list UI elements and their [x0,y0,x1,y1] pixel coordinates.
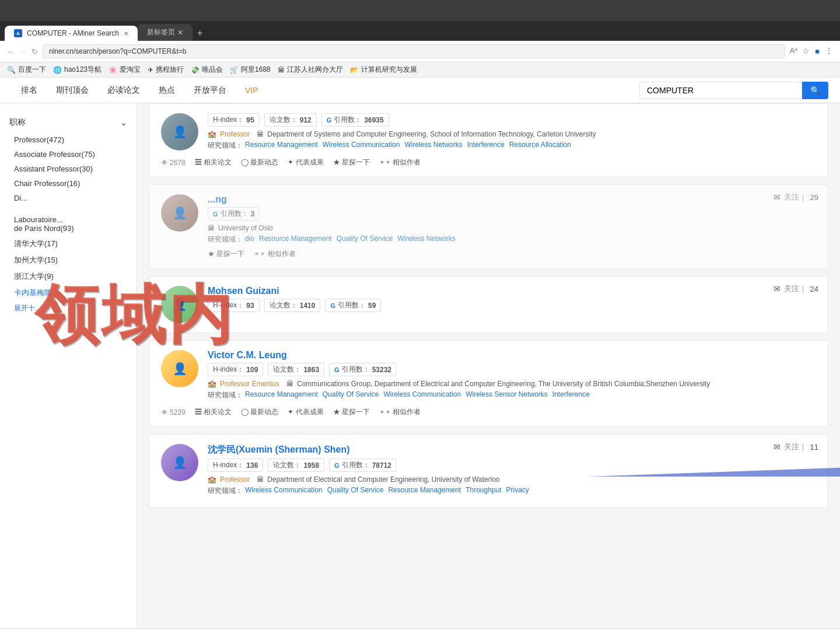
profile-icon[interactable]: ● [814,46,820,57]
research-tag-2-3[interactable]: Wireless Networks [397,235,455,243]
sidebar-item-professor[interactable]: Professor(472) [9,132,127,147]
sidebar-item-caltech[interactable]: 加州大学(15) [9,252,127,268]
inactive-tab[interactable]: 新标签页 ✕ [138,24,192,41]
bookmark-star-icon[interactable]: ☆ [802,46,810,57]
result-4-explore[interactable]: ★ 星探一下 [333,407,370,417]
sidebar-item-tsinghua[interactable]: 清华大学(17) [9,236,127,252]
reload-icon[interactable]: ↻ [32,47,38,56]
research-tag-4-4[interactable]: Interference [552,390,590,398]
research-tag-4-3[interactable]: Wireless Sensor Networks [466,390,548,398]
sidebar-item-di[interactable]: Di... [9,191,127,205]
result-1-avatar: 👤 [161,113,198,150]
result-4-avatar: 👤 [161,350,198,387]
result-2-explore[interactable]: ★ 星探一下 [208,249,244,259]
result-1-similar[interactable]: ⚬⚬ 相似作者 [379,158,421,167]
sidebar-item-cmu[interactable]: 卡内基梅隆... [9,285,127,301]
nav-journal[interactable]: 期刊顶会 [47,78,98,103]
result-4-views: 👁 5239 [161,408,186,416]
nav-search-input[interactable] [639,82,803,99]
result-card-4-header: 👤 Victor C.M. Leung H-index：109 论文数：1863… [161,350,816,402]
research-label: 研究领域： [208,141,243,150]
result-card-1-header: 👤 H-index：95 论文数：912 G 引用数：36935 🏫 Profe… [161,113,816,153]
role-icon-4: 🏫 [208,380,216,388]
research-tag-1-2[interactable]: Wireless Networks [404,141,462,149]
nav-search-button[interactable]: 🔍 [802,82,828,99]
result-4-works[interactable]: ✦ 代表成果 [288,407,323,417]
result-4-related[interactable]: ☰ 相关论文 [195,407,232,417]
research-tag-2-1[interactable]: Resource Management [259,235,332,243]
sidebar: 职称 ⌄ Professor(472) Associate Professor(… [0,103,137,628]
result-5-name[interactable]: 沈学民(Xuemin (Sherman) Shen) [208,444,816,456]
result-3-name[interactable]: Mohsen Guizani [208,286,816,296]
close-tab-button[interactable]: ✕ [124,30,128,37]
result-4-news[interactable]: ◯ 最新动态 [241,407,278,417]
role-icon: 🏫 [208,130,216,138]
nav-ranking[interactable]: 排名 [12,78,47,103]
sidebar-item-associate[interactable]: Associate Professor(75) [9,147,127,162]
sidebar-role-section: 职称 ⌄ Professor(472) Associate Professor(… [0,113,136,205]
result-1-related[interactable]: ☰ 相关论文 [195,158,232,167]
address-input[interactable] [43,44,785,58]
bookmark-computer[interactable]: 📂 计算机研究与发展 [350,65,417,75]
page-layout: 职称 ⌄ Professor(472) Associate Professor(… [0,103,840,628]
close-inactive-tab[interactable]: ✕ [177,29,183,37]
research-tag-2-0[interactable]: dio [245,235,254,243]
bookmark-baidu[interactable]: 🔍 百度一下 [7,65,46,75]
result-card-2-header: 👤 ...ng G 引用数：3 🏛 University of Oslo 研究领… [161,194,816,259]
research-tag-5-2[interactable]: Resource Management [388,486,461,494]
result-1-role: 🏫 Professor 🏛 Department of Systems and … [208,130,816,138]
nav-platform[interactable]: 开放平台 [184,78,236,103]
translate-icon[interactable]: Aᵃ [790,46,798,57]
result-1-explore[interactable]: ★ 星探一下 [333,158,370,167]
bookmark-jiangsushe[interactable]: 🏛 江苏人社网办大厅 [278,65,343,75]
bookmark-vip[interactable]: 💸 唯品会 [191,65,223,75]
nav-forward-icon[interactable]: → [19,47,27,56]
result-2-name[interactable]: ...ng [208,194,816,205]
new-tab-button[interactable]: + [192,26,207,41]
research-tag-5-1[interactable]: Quality Of Service [327,486,384,494]
research-tag-2-2[interactable]: Quality Of Service [337,235,393,243]
research-tag-5-4[interactable]: Privacy [506,486,529,494]
sidebar-section-header[interactable]: 职称 ⌄ [9,113,127,132]
result-2-similar[interactable]: ⚬⚬ 相似作者 [254,249,295,259]
research-tag-5-0[interactable]: Wireless Communication [245,486,323,494]
research-tag-1-3[interactable]: Interference [467,141,505,149]
research-tag-4-1[interactable]: Quality Of Service [323,390,379,398]
nav-hot[interactable]: 热点 [149,78,184,103]
sidebar-item-labouratoire[interactable]: Labouratoire... de Paris Nord(93) [9,212,127,236]
sidebar-item-chair[interactable]: Chair Professor(16) [9,176,127,191]
research-tag-1-4[interactable]: Resource Allocation [509,141,571,149]
sidebar-expand-button[interactable]: 展开十... [9,301,127,316]
result-1-news[interactable]: ◯ 最新动态 [241,158,278,167]
research-tag-4-0[interactable]: Resource Management [245,390,318,398]
research-tag-1-0[interactable]: Resource Management [245,141,318,149]
research-label-2: 研究领域： [208,235,243,244]
bookmark-1688[interactable]: 🛒 阿里1688 [230,65,271,75]
follow-icon-3: ✉ [774,284,780,293]
affil-icon-4: 🏛 [286,380,293,388]
result-1-works[interactable]: ✦ 代表成果 [288,158,323,167]
active-tab[interactable]: A COMPUTER - AMiner Search ✕ [5,26,138,41]
nav-papers[interactable]: 必读论文 [98,78,149,103]
nav-vip[interactable]: VIP [236,78,268,103]
settings-icon[interactable]: ⋮ [825,46,833,57]
result-2-follow: ✉ 关注｜ 29 [774,192,818,202]
research-tag-5-3[interactable]: Throughput [466,486,501,494]
bookmark-taobao[interactable]: 🌸 爱淘宝 [108,65,141,75]
result-3-stats: H-index：93 论文数：1410 G 引用数：59 [208,299,816,312]
research-label-5: 研究领域： [208,486,243,496]
affil-icon-2: 🏛 [208,224,215,232]
result-4-similar[interactable]: ⚬⚬ 相似作者 [379,407,421,417]
research-tag-1-1[interactable]: Wireless Communication [323,141,400,149]
role-icon-5: 🏫 [208,475,216,484]
main-content: 👤 H-index：95 论文数：912 G 引用数：36935 🏫 Profe… [137,103,840,628]
result-4-name[interactable]: Victor C.M. Leung [208,350,816,360]
bookmark-hao123[interactable]: 🌐 hao123导航 [53,65,102,75]
sidebar-chevron-icon: ⌄ [120,118,127,127]
bookmark-ctrip[interactable]: ✈ 携程旅行 [148,65,184,75]
research-tag-4-2[interactable]: Wireless Communication [383,390,461,398]
sidebar-item-zhejiang[interactable]: 浙江大学(9) [9,268,127,285]
sidebar-item-assistant[interactable]: Assistant Professor(30) [9,162,127,176]
result-1-research: 研究领域： Resource Management Wireless Commu… [208,141,816,150]
nav-back-icon[interactable]: ← [7,47,15,56]
